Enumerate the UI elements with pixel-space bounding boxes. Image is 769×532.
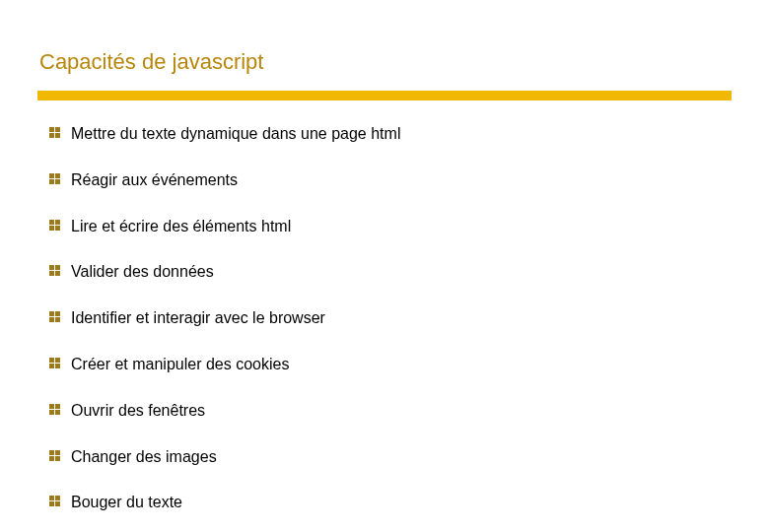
svg-rect-32 (49, 496, 54, 500)
svg-rect-14 (49, 271, 54, 276)
svg-rect-8 (49, 220, 54, 225)
bullet-icon (49, 127, 61, 139)
svg-rect-0 (49, 127, 54, 132)
svg-rect-22 (49, 364, 54, 368)
list-item: Identifier et interagir avec le browser (49, 308, 730, 329)
bullet-text: Créer et manipuler des cookies (71, 355, 289, 375)
svg-rect-10 (49, 226, 54, 231)
list-item: Ouvrir des fenêtres (49, 401, 730, 422)
list-item: Réagir aux événements (49, 170, 730, 191)
svg-rect-29 (55, 450, 60, 455)
svg-rect-5 (55, 173, 60, 178)
svg-rect-33 (55, 496, 60, 500)
svg-rect-34 (49, 501, 54, 506)
svg-rect-17 (55, 311, 60, 316)
svg-rect-28 (49, 450, 54, 455)
svg-rect-18 (49, 317, 54, 322)
svg-rect-31 (55, 456, 60, 461)
svg-rect-2 (49, 133, 54, 138)
bullet-icon (49, 265, 61, 277)
svg-rect-7 (55, 179, 60, 184)
svg-rect-24 (49, 404, 54, 409)
bullet-list: Mettre du texte dynamique dans une page … (39, 124, 730, 513)
svg-rect-6 (49, 179, 54, 184)
svg-rect-1 (55, 127, 60, 132)
list-item: Changer des images (49, 447, 730, 468)
svg-rect-27 (55, 410, 60, 415)
svg-rect-13 (55, 265, 60, 270)
list-item: Mettre du texte dynamique dans une page … (49, 124, 730, 145)
bullet-text: Réagir aux événements (71, 170, 238, 191)
bullet-icon (49, 220, 61, 232)
list-item: Créer et manipuler des cookies (49, 355, 730, 375)
svg-rect-30 (49, 456, 54, 461)
bullet-icon (49, 404, 61, 416)
bullet-text: Mettre du texte dynamique dans une page … (71, 124, 400, 145)
svg-rect-20 (49, 358, 54, 363)
slide-title: Capacités de javascript (39, 49, 730, 75)
svg-rect-15 (55, 271, 60, 276)
svg-rect-26 (49, 410, 54, 415)
bullet-text: Bouger du texte (71, 493, 182, 513)
bullet-text: Changer des images (71, 447, 217, 468)
svg-rect-21 (55, 358, 60, 363)
svg-rect-12 (49, 265, 54, 270)
svg-rect-16 (49, 311, 54, 316)
svg-rect-35 (55, 501, 60, 506)
svg-rect-25 (55, 404, 60, 409)
list-item: Valider des données (49, 262, 730, 283)
list-item: Bouger du texte (49, 493, 730, 513)
bullet-icon (49, 173, 61, 185)
bullet-text: Lire et écrire des éléments html (71, 217, 291, 237)
svg-rect-3 (55, 133, 60, 138)
bullet-icon (49, 311, 61, 323)
bullet-text: Ouvrir des fenêtres (71, 401, 205, 422)
svg-rect-4 (49, 173, 54, 178)
bullet-icon (49, 450, 61, 462)
svg-rect-11 (55, 226, 60, 231)
bullet-icon (49, 358, 61, 369)
svg-rect-9 (55, 220, 60, 225)
horizontal-divider (37, 91, 732, 100)
bullet-text: Valider des données (71, 262, 214, 283)
svg-rect-23 (55, 364, 60, 368)
bullet-text: Identifier et interagir avec le browser (71, 308, 325, 329)
svg-rect-19 (55, 317, 60, 322)
bullet-icon (49, 496, 61, 507)
list-item: Lire et écrire des éléments html (49, 217, 730, 237)
